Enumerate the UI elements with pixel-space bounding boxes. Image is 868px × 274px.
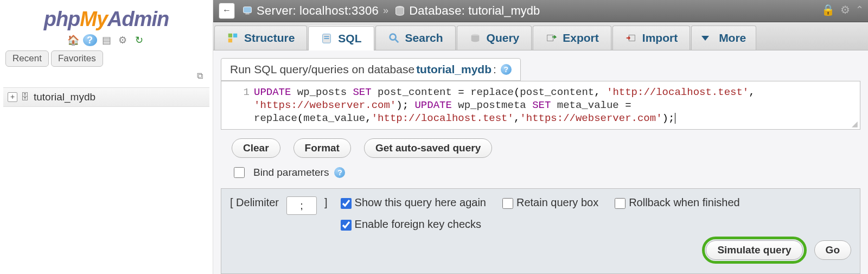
collapse-icon[interactable]: ⌃	[856, 4, 864, 16]
svg-rect-5	[228, 39, 232, 42]
svg-rect-12	[547, 35, 553, 41]
server-value[interactable]: localhost:3306	[299, 4, 379, 18]
db-value[interactable]: tutorial_mydb	[468, 4, 540, 18]
retain-option[interactable]: Retain query box	[500, 196, 598, 211]
db-name: tutorial_mydb	[34, 91, 95, 103]
tab-search[interactable]: Search	[375, 26, 456, 50]
tab-sql[interactable]: SQL	[308, 26, 374, 50]
search-icon	[388, 32, 400, 44]
rollback-checkbox[interactable]	[615, 198, 626, 209]
show-again-checkbox[interactable]	[341, 198, 352, 209]
breadcrumb: ← Server: localhost:3306 » Database: tut…	[213, 0, 868, 22]
help-icon[interactable]: ?	[83, 34, 97, 46]
sql-panel: Run SQL query/queries on database tutori…	[221, 58, 860, 188]
go-button[interactable]: Go	[814, 240, 851, 260]
tab-more[interactable]: More	[691, 26, 756, 50]
main: ← Server: localhost:3306 » Database: tut…	[213, 0, 868, 274]
quick-icons: 🏠 ? ▤ ⚙ ↻	[0, 34, 213, 46]
simulate-button[interactable]: Simulate query	[706, 240, 802, 260]
link-icon[interactable]: ⧉	[197, 71, 203, 81]
svg-rect-7	[324, 36, 329, 37]
highlight-ring: Simulate query	[702, 237, 806, 264]
svg-rect-0	[244, 7, 252, 13]
expand-icon[interactable]: +	[8, 92, 17, 102]
svg-rect-8	[324, 38, 329, 39]
tab-import-label: Import	[642, 31, 678, 44]
panel-title-pre: Run SQL query/queries on database	[230, 63, 414, 76]
rollback-option[interactable]: Rollback when finished	[612, 196, 740, 211]
bind-params-label: Bind parameters	[253, 167, 329, 179]
tab-query[interactable]: Query	[457, 26, 532, 50]
bottom-bar: [ Delimiter ] Show this query here again…	[221, 188, 860, 274]
query-icon	[469, 32, 481, 44]
tab-sql-label: SQL	[338, 32, 361, 45]
panel-heading: Run SQL query/queries on database tutori…	[221, 58, 521, 81]
clear-button[interactable]: Clear	[232, 138, 280, 158]
sidebar-tabs: Recent Favorites	[5, 50, 207, 67]
database-bc-icon	[394, 5, 406, 17]
server-icon	[241, 5, 253, 17]
sql-icon[interactable]: ▤	[99, 34, 113, 46]
tab-export-label: Export	[563, 31, 599, 44]
retain-checkbox[interactable]	[502, 198, 513, 209]
fk-label: Enable foreign key checks	[355, 218, 481, 230]
tab-query-label: Query	[487, 31, 520, 44]
fk-option[interactable]: Enable foreign key checks	[339, 218, 481, 232]
panel-help-icon[interactable]: ?	[501, 64, 512, 75]
logo-php: php	[44, 8, 80, 30]
delimiter-open: [ Delimiter	[230, 196, 279, 209]
sql-code[interactable]: UPDATE wp_posts SET post_content = repla…	[254, 86, 856, 125]
format-button[interactable]: Format	[293, 138, 351, 158]
structure-icon	[227, 32, 239, 44]
tree-item-db[interactable]: + 🗄 tutorial_mydb	[3, 87, 209, 107]
show-again-option[interactable]: Show this query here again	[339, 196, 486, 211]
sidebar: phpMyAdmin 🏠 ? ▤ ⚙ ↻ Recent Favorites ⧉ …	[0, 0, 213, 274]
import-icon	[625, 32, 637, 44]
text-cursor	[675, 113, 675, 124]
fk-checkbox[interactable]	[341, 220, 352, 231]
show-again-label: Show this query here again	[355, 196, 486, 208]
tab-import[interactable]: Import	[612, 26, 690, 50]
bind-params-checkbox[interactable]	[234, 167, 245, 178]
tab-export[interactable]: Export	[533, 26, 611, 50]
back-button[interactable]: ←	[219, 3, 235, 19]
server-label: Server:	[257, 4, 296, 18]
sql-editor[interactable]: 1 UPDATE wp_posts SET post_content = rep…	[221, 81, 860, 130]
rollback-label: Rollback when finished	[629, 196, 740, 208]
reload-icon[interactable]: ↻	[132, 34, 146, 46]
panel-dbname[interactable]: tutorial_mydb	[416, 63, 492, 76]
db-label: Database:	[409, 4, 465, 18]
database-icon: 🗄	[21, 92, 29, 102]
autosaved-button[interactable]: Get auto-saved query	[364, 138, 492, 158]
tab-more-label: More	[719, 31, 746, 44]
delimiter-close: ]	[324, 196, 328, 209]
tabbar: Structure SQL Search Query Export Import	[213, 22, 868, 50]
tab-structure-label: Structure	[244, 31, 295, 44]
svg-rect-4	[233, 34, 237, 37]
svg-line-10	[395, 40, 398, 43]
tab-search-label: Search	[405, 31, 443, 44]
gear-icon[interactable]: ⚙	[840, 3, 850, 16]
line-gutter: 1	[226, 86, 254, 125]
tab-favorites[interactable]: Favorites	[51, 50, 103, 67]
panel-title-post: :	[493, 63, 496, 76]
home-icon[interactable]: 🏠	[66, 34, 80, 46]
bind-params-row: Bind parameters ?	[232, 165, 860, 180]
sql-tab-icon	[321, 33, 333, 44]
editor-actions: Clear Format Get auto-saved query	[232, 138, 860, 158]
db-tree: + 🗄 tutorial_mydb	[3, 87, 209, 107]
resize-handle[interactable]: ◢	[852, 119, 858, 128]
tab-structure[interactable]: Structure	[214, 26, 307, 50]
lock-icon[interactable]: 🔒	[821, 3, 835, 16]
logo[interactable]: phpMyAdmin	[0, 8, 213, 31]
delimiter-input[interactable]	[286, 196, 317, 215]
breadcrumb-sep: »	[383, 5, 388, 16]
svg-rect-3	[228, 34, 232, 37]
svg-rect-1	[245, 13, 249, 14]
chevron-down-icon	[701, 36, 709, 41]
settings-icon[interactable]: ⚙	[116, 34, 130, 46]
tab-recent[interactable]: Recent	[5, 50, 49, 67]
svg-point-9	[390, 34, 395, 40]
retain-label: Retain query box	[516, 196, 598, 208]
bind-params-help-icon[interactable]: ?	[334, 167, 345, 178]
